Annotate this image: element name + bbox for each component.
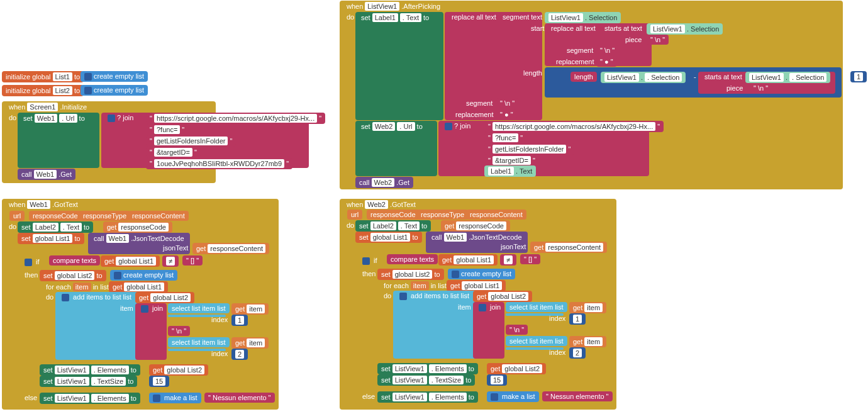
nl-str-1[interactable]: " \n " [647,35,669,45]
compare-texts-2[interactable]: compare texts [387,254,438,264]
select-item-2a[interactable]: select list item list [506,302,567,312]
set-label1-text-bg[interactable] [355,12,443,120]
create-empty-list[interactable]: create empty list [81,71,148,82]
set-lv-elements-else-2[interactable]: set ListView1 . Elements to [377,391,478,403]
gear-icon[interactable] [84,73,92,81]
init-global-list1[interactable]: initialize global List1 to [2,71,84,82]
create-empty-list-b1[interactable]: create empty list [110,270,177,281]
get-item-1a[interactable]: get item [231,303,269,315]
set-lv-elements-1[interactable]: set ListView1 . Elements to [40,364,140,376]
str1b[interactable]: " https://script.google.com/macros/s/AKf… [484,121,664,132]
gear-icon[interactable] [84,87,92,94]
select-item-1a[interactable]: select list item list [168,303,230,313]
gear-icon[interactable] [62,294,69,301]
make-a-list-2[interactable]: make a list [487,391,539,402]
create-empty-list-2[interactable]: create empty list [81,85,148,96]
param-url-1[interactable]: url [9,211,25,221]
param-responsecontent-2[interactable]: responseContent [466,210,526,220]
gear-icon[interactable] [399,293,407,300]
gear-icon[interactable] [445,123,452,130]
select-item-1b[interactable]: select list item list [168,337,230,347]
gear-icon[interactable] [153,394,160,402]
two-2[interactable]: 2 [569,347,586,359]
gear-icon[interactable] [25,259,32,266]
nessun-1[interactable]: " Nessun elemento " [204,393,275,403]
get-global-list1-d[interactable]: get global List1 [447,280,506,291]
str2b[interactable]: " ?func= " [484,132,526,143]
get-responsecontent-1[interactable]: get responseContent [192,243,269,254]
compare-texts-1[interactable]: compare texts [49,255,100,266]
param-responsecode-1[interactable]: responseCode [29,211,82,221]
param-responsetype-1[interactable]: responseType [79,211,130,221]
empty-str-2[interactable]: " [] " [520,254,540,264]
set-lv-elements-2[interactable]: set ListView1 . Elements to [377,363,478,374]
set-label2-text-1[interactable]: set Label2 . Text to [18,221,93,233]
set-global-list2-2[interactable]: set global List2 to [377,269,444,280]
call-web1-get[interactable]: call Web1 .Get [18,169,75,180]
gear-icon[interactable] [108,115,115,122]
one-1[interactable]: 1 [231,315,248,326]
get-global-list2-c[interactable]: get global List2 [473,291,532,302]
get-responsecode-1[interactable]: get responseCode [103,221,172,233]
nl-str-5[interactable]: " \n " [168,326,190,336]
gear-icon[interactable] [452,271,459,278]
nl-str-6[interactable]: " \n " [506,325,528,335]
get-item-1b[interactable]: get item [231,337,269,349]
set-label2-text-2[interactable]: set Label2 . Text to [355,220,431,232]
param-responsecode-2[interactable]: responseCode [367,210,420,220]
set-lv-textsize-2[interactable]: set ListView1 . TextSize to [377,374,475,386]
select-item-2b[interactable]: select list item list [506,336,567,346]
str2[interactable]: " ?func= " [146,124,188,135]
gear-icon[interactable] [141,305,148,313]
one-const[interactable]: 1 [850,71,867,82]
dot-str-1[interactable]: " ● " [596,57,617,67]
nl-str-3[interactable]: " \n " [750,83,772,93]
get-global-list2-a[interactable]: get global List2 [135,292,194,303]
param-responsetype-2[interactable]: responseType [417,210,468,220]
str3[interactable]: " getListFoldersInFolder " [146,135,236,147]
neq-2[interactable]: ≠ [500,254,516,266]
empty-str-1[interactable]: " [] " [182,255,203,266]
call-web2-get[interactable]: call Web2 .Get [355,177,413,188]
gear-icon[interactable] [491,393,498,401]
str1[interactable]: " https://script.google.com/macros/s/AKf… [146,113,325,124]
str3b[interactable]: " getListFoldersInFolder " [484,143,574,155]
param-responsecontent-1[interactable]: responseContent [128,211,189,221]
dot-str-2[interactable]: " ● " [496,109,517,120]
length-block[interactable]: length [570,72,597,82]
str5[interactable]: " 1oueJvPeqhohBSIiRtbl-xRWDDyr27mb9 " [146,158,292,169]
one-2[interactable]: 1 [569,313,586,325]
get-item-2a[interactable]: get item [569,302,606,313]
make-a-list-1[interactable]: make a list [149,393,201,403]
label1-text[interactable]: Label1 . Text [484,165,536,177]
lv-selection-1[interactable]: ListView1 . Selection [545,12,621,23]
get-responsecontent-2[interactable]: get responseContent [530,242,607,253]
set-global-list1-1[interactable]: set global List1 to [18,233,84,244]
gear-icon[interactable] [114,272,121,279]
gear-icon[interactable] [479,304,486,311]
set-lv-textsize-1[interactable]: set ListView1 . TextSize to [40,376,137,387]
str4b[interactable]: " &targetID= " [484,155,539,166]
set-global-list2-1[interactable]: set global List2 to [40,270,106,281]
init-global-list2[interactable]: initialize global List2 to [2,85,84,96]
neq-1[interactable]: ≠ [162,255,179,267]
two-1[interactable]: 2 [231,349,248,360]
nl-str-4[interactable]: " \n " [496,98,518,108]
fifteen-2[interactable]: 15 [487,374,507,386]
fifteen-1[interactable]: 15 [149,376,169,387]
nessun-2[interactable]: " Nessun elemento " [542,391,613,401]
gear-icon[interactable] [362,257,370,265]
set-lv-elements-else-1[interactable]: set ListView1 . Elements to [40,393,140,404]
get-responsecode-2[interactable]: get responseCode [441,220,510,232]
set-global-list1-2[interactable]: set global List1 to [355,232,422,243]
get-item-2b[interactable]: get item [569,336,606,347]
lv-selection-2[interactable]: ListView1 . Selection [647,23,723,35]
get-global-list1-b[interactable]: get global List1 [109,281,168,293]
get-global-list1-c[interactable]: get global List1 [438,254,498,266]
get-global-list2-b[interactable]: get global List2 [149,364,208,376]
lv-selection-3[interactable]: ListView1 . . Selection [601,72,686,83]
lv-selection-4[interactable]: ListView1 . . Selection [745,72,830,83]
get-global-list2-d[interactable]: get global List2 [487,363,546,374]
get-global-list1-a[interactable]: get global List1 [101,255,160,267]
param-url-2[interactable]: url [347,210,362,220]
